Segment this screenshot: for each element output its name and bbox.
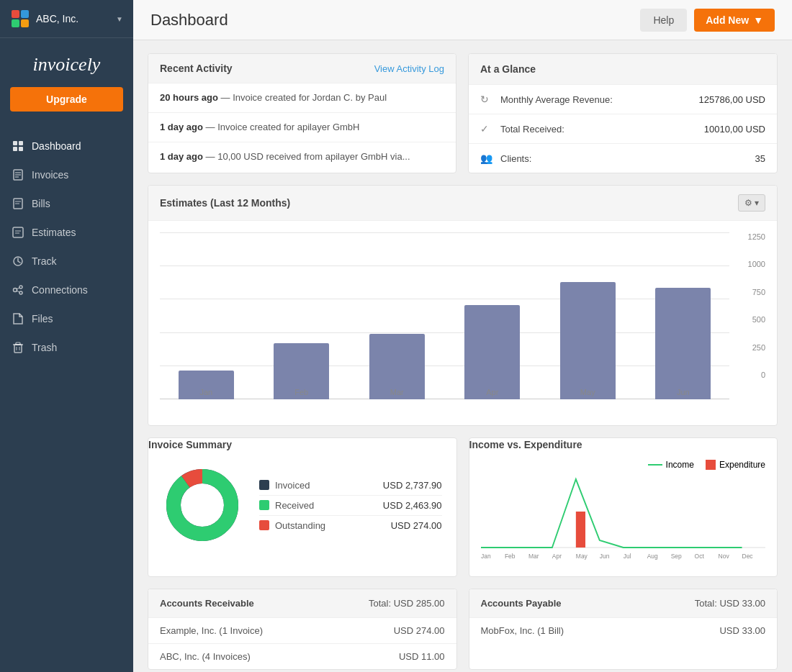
topbar-actions: Help Add New ▼ xyxy=(640,9,775,32)
activity-detail: — Invoice created for Jordan C. by Paul xyxy=(218,92,387,103)
sidebar-item-label: Estimates xyxy=(32,227,76,238)
y-axis: 1250 1000 750 500 250 0 xyxy=(729,232,765,399)
estimates-header: Estimates (Last 12 Months) ⚙ ▾ xyxy=(148,186,777,221)
accounts-payable-row: MobFox, Inc. (1 Bill) USD 33.00 xyxy=(469,618,778,643)
y-label: 1250 xyxy=(729,232,765,241)
bar-label-feb: Feb xyxy=(294,388,308,396)
svg-text:Mar: Mar xyxy=(528,553,539,560)
glance-value-received: 10010,00 USD xyxy=(704,124,765,135)
svg-text:Apr: Apr xyxy=(552,553,561,560)
content-area: Recent Activity View Activity Log 20 hou… xyxy=(133,40,792,672)
sidebar-item-label: Connections xyxy=(32,284,88,296)
legend-value-received: USD 2,463.90 xyxy=(383,500,442,511)
sidebar: ABC, Inc. ▼ invoicely Upgrade Dashboard … xyxy=(0,0,133,672)
bar-may xyxy=(560,282,616,399)
accounts-receivable-row: ABC, Inc. (4 Invoices) USD 11.00 xyxy=(148,644,456,669)
svg-rect-26 xyxy=(16,342,20,345)
invoice-summary-card: Invoice Summary xyxy=(148,437,457,577)
invoice-summary-body: Invoiced USD 2,737.90 Received USD 2,463… xyxy=(148,451,456,559)
sidebar-item-label: Track xyxy=(32,255,56,267)
upgrade-button[interactable]: Upgrade xyxy=(10,87,123,112)
sidebar-item-bills[interactable]: Bills xyxy=(0,189,133,218)
donut-chart xyxy=(163,466,242,545)
income-expenditure-title: Income vs. Expenditure xyxy=(469,439,582,450)
bar-group-may: May xyxy=(541,232,634,399)
sidebar-item-label: Files xyxy=(32,313,53,324)
accounts-row-name: Example, Inc. (1 Invoice) xyxy=(160,625,263,636)
bar-label-mar: Mar xyxy=(390,388,404,396)
svg-point-21 xyxy=(19,291,22,294)
accounts-receivable-card: Accounts Receivable Total: USD 285.00 Ex… xyxy=(148,589,457,670)
svg-rect-7 xyxy=(19,147,23,151)
sidebar-item-connections[interactable]: Connections xyxy=(0,276,133,304)
legend-name-received: Received xyxy=(275,500,383,511)
sidebar-item-invoices[interactable]: Invoices xyxy=(0,160,133,189)
glance-label-clients: Clients: xyxy=(500,153,755,164)
accounts-payable-total: Total: USD 33.00 xyxy=(695,598,765,609)
chart-area: Jan Feb Mar xyxy=(148,221,777,425)
sidebar-item-dashboard[interactable]: Dashboard xyxy=(0,132,133,160)
bar-label-apr: Apr xyxy=(486,388,498,396)
svg-rect-2 xyxy=(12,19,19,27)
sidebar-item-label: Dashboard xyxy=(32,140,81,152)
glance-row-revenue: ↻ Monthly Average Revenue: 125786,00 USD xyxy=(469,85,777,114)
company-selector[interactable]: ABC, Inc. ▼ xyxy=(0,0,133,38)
y-label: 1000 xyxy=(729,260,765,268)
svg-rect-1 xyxy=(21,10,29,18)
bar-label-may: May xyxy=(580,388,595,396)
middle-row: Invoice Summary xyxy=(148,437,778,577)
trash-icon xyxy=(12,341,24,354)
gear-button[interactable]: ⚙ ▾ xyxy=(738,194,765,212)
legend-row-received: Received USD 2,463.90 xyxy=(259,496,442,516)
svg-rect-5 xyxy=(19,141,23,145)
income-expenditure-card: Income vs. Expenditure Income Expenditur… xyxy=(469,437,778,577)
activity-time: 20 hours ago xyxy=(160,92,218,103)
income-expenditure-body: Income Expenditure Jan Feb xyxy=(469,451,778,576)
svg-rect-15 xyxy=(13,227,23,237)
help-button[interactable]: Help xyxy=(640,9,687,32)
glance-label-revenue: Monthly Average Revenue: xyxy=(500,94,698,105)
activity-item: 20 hours ago — Invoice created for Jorda… xyxy=(148,83,456,113)
svg-point-32 xyxy=(182,485,222,525)
dashboard-icon xyxy=(12,140,24,153)
sidebar-item-label: Trash xyxy=(32,342,57,353)
check-icon: ✓ xyxy=(480,123,495,135)
chart-legend: Income Expenditure xyxy=(481,460,766,470)
bar-group-feb: Feb xyxy=(256,232,348,399)
estimates-icon xyxy=(12,226,24,239)
estimates-title: Estimates (Last 12 Months) xyxy=(160,197,290,209)
bar-jun xyxy=(655,288,711,399)
bills-icon xyxy=(12,197,24,210)
files-icon xyxy=(12,312,24,325)
bar-label-jun: Jun xyxy=(677,388,690,396)
company-name: ABC, Inc. xyxy=(36,13,116,24)
logo-text: invoicely xyxy=(33,54,101,75)
sidebar-item-label: Invoices xyxy=(32,169,68,181)
track-icon xyxy=(12,255,24,268)
sidebar-item-label: Bills xyxy=(32,198,50,209)
view-activity-log-link[interactable]: View Activity Log xyxy=(374,63,444,74)
legend-name-invoiced: Invoiced xyxy=(275,480,383,491)
expenditure-legend-item: Expenditure xyxy=(706,460,765,470)
bar-apr xyxy=(464,305,520,399)
sidebar-item-trash[interactable]: Trash xyxy=(0,333,133,362)
bar-label-jan: Jan xyxy=(199,388,212,396)
bar-group-jan: Jan xyxy=(160,232,253,399)
activity-detail: — 10,00 USD received from apilayer GmbH … xyxy=(203,151,410,162)
glance-row-clients: 👥 Clients: 35 xyxy=(469,144,777,173)
add-new-button[interactable]: Add New ▼ xyxy=(694,9,775,32)
recent-activity-card: Recent Activity View Activity Log 20 hou… xyxy=(148,53,456,173)
bar-group-mar: Mar xyxy=(351,232,444,399)
sidebar-item-estimates[interactable]: Estimates xyxy=(0,218,133,247)
chevron-down-icon: ▼ xyxy=(753,14,763,26)
sidebar-item-files[interactable]: Files xyxy=(0,304,133,333)
legend-color-outstanding xyxy=(259,520,269,530)
activity-item: 1 day ago — Invoice created for apilayer… xyxy=(148,113,456,142)
sidebar-item-track[interactable]: Track xyxy=(0,247,133,276)
legend-value-invoiced: USD 2,737.90 xyxy=(383,480,442,491)
invoices-icon xyxy=(12,168,24,181)
accounts-payable-card: Accounts Payable Total: USD 33.00 MobFox… xyxy=(469,589,778,670)
activity-detail: — Invoice created for apilayer GmbH xyxy=(203,122,359,132)
svg-text:Feb: Feb xyxy=(504,553,515,560)
income-line-indicator xyxy=(648,464,662,466)
